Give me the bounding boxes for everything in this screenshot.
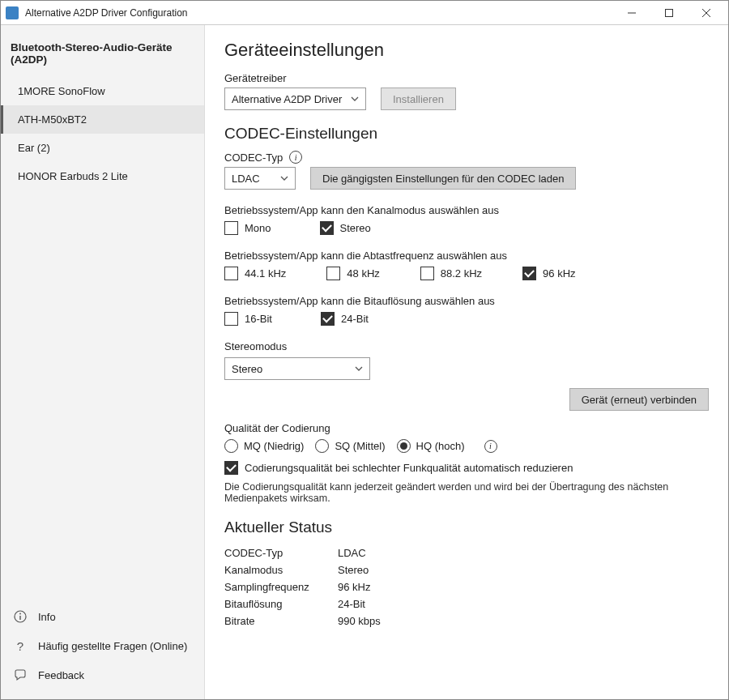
radio-mq[interactable]: MQ (Niedrig) (224, 439, 304, 453)
load-common-settings-button[interactable]: Die gängigsten Einstellungen für den COD… (310, 167, 576, 190)
footer-feedback-label: Feedback (38, 669, 84, 681)
radio-hq[interactable]: HQ (hoch) (397, 439, 465, 453)
checkbox-label: Codierungsqualität bei schlechter Funkqu… (245, 462, 573, 474)
footer-feedback[interactable]: Feedback (1, 660, 204, 689)
status-key: Kanalmodus (224, 564, 338, 576)
checkbox-box (320, 221, 334, 235)
maximize-button[interactable] (652, 2, 686, 24)
device-list: 1MORE SonoFlow ATH-M50xBT2 Ear (2) HONOR… (1, 77, 204, 190)
quality-note: Die Codierungsqualität kann jederzeit ge… (224, 481, 709, 504)
codec-heading: CODEC-Einstellungen (224, 125, 709, 143)
device-item-ath[interactable]: ATH-M50xBT2 (1, 105, 204, 134)
status-value: 96 kHz (338, 581, 370, 593)
stereomode-select[interactable]: Stereo (224, 357, 370, 380)
bitres-label: Betriebssystem/App kann die Bitauflösung… (224, 295, 709, 307)
checkbox-label: 88.2 kHz (441, 267, 482, 280)
checkbox-box (321, 312, 335, 326)
status-value: LDAC (338, 547, 366, 559)
checkbox-16bit[interactable]: 16-Bit (224, 312, 272, 326)
checkbox-882khz[interactable]: 88.2 kHz (420, 267, 482, 280)
sidebar-heading: Bluetooth-Stereo-Audio-Geräte (A2DP) (1, 36, 204, 77)
svg-rect-1 (666, 9, 673, 16)
radio-circle (397, 439, 411, 453)
driver-select[interactable]: Alternative A2DP Driver (224, 88, 366, 110)
checkbox-box (224, 312, 238, 326)
checkbox-auto-reduce[interactable]: Codierungsqualität bei schlechter Funkqu… (224, 461, 573, 475)
status-row: Bitauflösung 24-Bit (224, 595, 709, 612)
titlebar: Alternative A2DP Driver Configuration (1, 1, 728, 25)
radio-sq[interactable]: SQ (Mittel) (315, 439, 385, 453)
status-row: CODEC-Typ LDAC (224, 544, 709, 561)
close-button[interactable] (689, 2, 723, 24)
status-value: Stereo (338, 564, 369, 576)
status-value: 24-Bit (338, 598, 365, 610)
device-item-1more[interactable]: 1MORE SonoFlow (1, 77, 204, 105)
status-heading: Aktueller Status (224, 519, 709, 536)
checkbox-label: Mono (245, 222, 271, 234)
info-icon (14, 610, 27, 623)
radio-circle (315, 439, 329, 453)
device-item-ear[interactable]: Ear (2) (1, 134, 204, 162)
checkbox-box (224, 461, 238, 475)
codec-value: LDAC (232, 173, 260, 185)
checkbox-96khz[interactable]: 96 kHz (522, 267, 575, 280)
driver-value: Alternative A2DP Driver (232, 93, 342, 105)
checkbox-box (224, 221, 238, 235)
question-icon: ? (14, 639, 27, 652)
sidebar: Bluetooth-Stereo-Audio-Geräte (A2DP) 1MO… (1, 25, 205, 699)
stereomode-value: Stereo (232, 363, 262, 375)
status-key: Bitrate (224, 615, 338, 627)
checkbox-label: 44.1 kHz (245, 267, 286, 280)
checkbox-label: 16-Bit (245, 313, 272, 325)
stereomode-label: Stereomodus (224, 340, 709, 352)
device-item-honor[interactable]: HONOR Earbuds 2 Lite (1, 162, 204, 190)
status-value: 990 kbps (338, 615, 381, 627)
feedback-icon (14, 668, 27, 681)
status-table: CODEC-Typ LDAC Kanalmodus Stereo Samplin… (224, 544, 709, 630)
quality-label: Qualität der Codierung (224, 422, 709, 434)
radio-label: HQ (hoch) (416, 440, 465, 452)
status-row: Bitrate 990 kbps (224, 612, 709, 630)
footer-info-label: Info (38, 611, 56, 623)
chevron-down-icon (355, 365, 363, 373)
status-key: CODEC-Typ (224, 547, 338, 559)
status-row: Kanalmodus Stereo (224, 561, 709, 578)
samplerate-label: Betriebssystem/App kann die Abtastfreque… (224, 250, 709, 262)
checkbox-48khz[interactable]: 48 kHz (326, 267, 379, 280)
radio-circle (224, 439, 238, 453)
info-icon[interactable]: i (289, 151, 302, 164)
status-row: Samplingfrequenz 96 kHz (224, 578, 709, 595)
radio-label: MQ (Niedrig) (244, 440, 304, 452)
app-icon (6, 6, 19, 19)
status-key: Bitauflösung (224, 598, 338, 610)
install-button[interactable]: Installieren (381, 88, 456, 110)
checkbox-441khz[interactable]: 44.1 kHz (224, 267, 286, 280)
checkbox-24bit[interactable]: 24-Bit (321, 312, 369, 326)
content-panel: Geräteeinstellungen Gerätetreiber Altern… (205, 25, 728, 699)
checkbox-label: Stereo (340, 222, 371, 234)
reconnect-button[interactable]: Gerät (erneut) verbinden (569, 388, 709, 411)
radio-label: SQ (Mittel) (335, 440, 385, 452)
codec-select[interactable]: LDAC (224, 167, 296, 190)
minimize-button[interactable] (615, 2, 649, 24)
chevron-down-icon (351, 95, 359, 103)
checkbox-box (522, 267, 536, 280)
page-title: Geräteeinstellungen (224, 40, 709, 61)
info-icon[interactable]: i (484, 440, 497, 453)
window-title: Alternative A2DP Driver Configuration (25, 7, 615, 19)
footer-faq[interactable]: ? Häufig gestellte Fragen (Online) (1, 631, 204, 660)
checkbox-box (224, 267, 238, 280)
checkbox-box (326, 267, 340, 280)
channel-mode-label: Betriebssystem/App kann den Kanalmodus a… (224, 204, 709, 216)
footer-faq-label: Häufig gestellte Fragen (Online) (38, 640, 187, 652)
checkbox-label: 48 kHz (347, 267, 379, 280)
codec-type-label: CODEC-Typ (224, 152, 283, 164)
svg-point-5 (19, 613, 21, 615)
checkbox-mono[interactable]: Mono (224, 221, 271, 235)
checkbox-stereo[interactable]: Stereo (320, 221, 371, 235)
checkbox-box (420, 267, 434, 280)
status-key: Samplingfrequenz (224, 581, 338, 593)
chevron-down-icon (280, 174, 288, 182)
driver-label: Gerätetreiber (224, 72, 709, 84)
footer-info[interactable]: Info (1, 602, 204, 631)
